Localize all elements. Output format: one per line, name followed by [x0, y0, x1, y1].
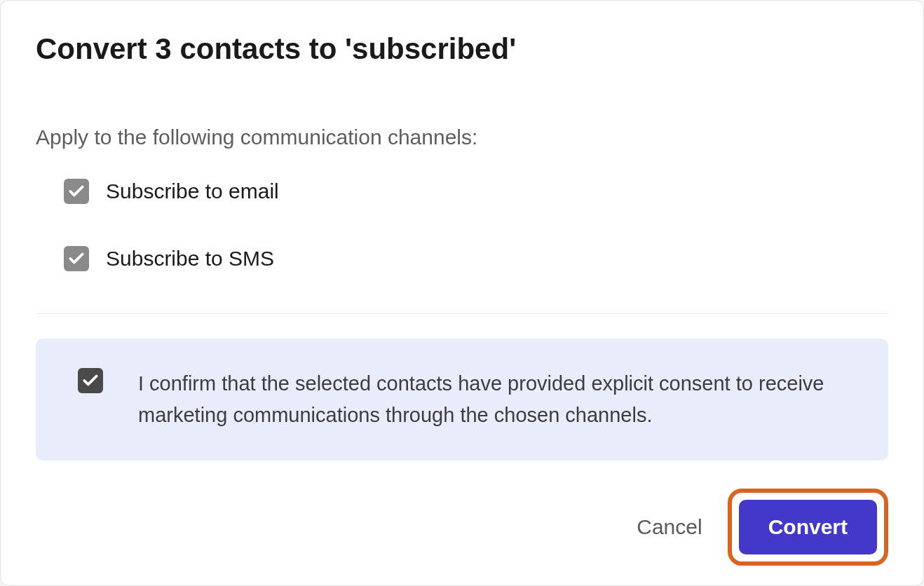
consent-checkbox[interactable] [78, 368, 103, 393]
channel-email-row: Subscribe to email [36, 179, 888, 204]
consent-text: I confirm that the selected contacts hav… [138, 368, 846, 431]
modal-footer: Cancel Convert [36, 461, 888, 566]
modal-title: Convert 3 contacts to 'subscribed' [36, 32, 888, 66]
channel-sms-label[interactable]: Subscribe to SMS [106, 247, 274, 271]
check-icon [81, 372, 100, 390]
channel-email-checkbox[interactable] [64, 179, 89, 204]
channel-sms-row: Subscribe to SMS [36, 246, 888, 271]
section-divider [36, 313, 888, 314]
check-icon [67, 182, 86, 200]
channel-email-label[interactable]: Subscribe to email [106, 179, 279, 203]
cancel-button[interactable]: Cancel [631, 508, 707, 546]
check-icon [67, 250, 86, 268]
consent-confirm-box: I confirm that the selected contacts hav… [36, 339, 888, 461]
convert-button[interactable]: Convert [739, 500, 877, 554]
convert-subscribed-modal: Convert 3 contacts to 'subscribed' Apply… [0, 0, 924, 586]
convert-button-highlight: Convert [728, 489, 888, 566]
channels-instruction: Apply to the following communication cha… [36, 125, 888, 149]
channel-sms-checkbox[interactable] [64, 246, 89, 271]
